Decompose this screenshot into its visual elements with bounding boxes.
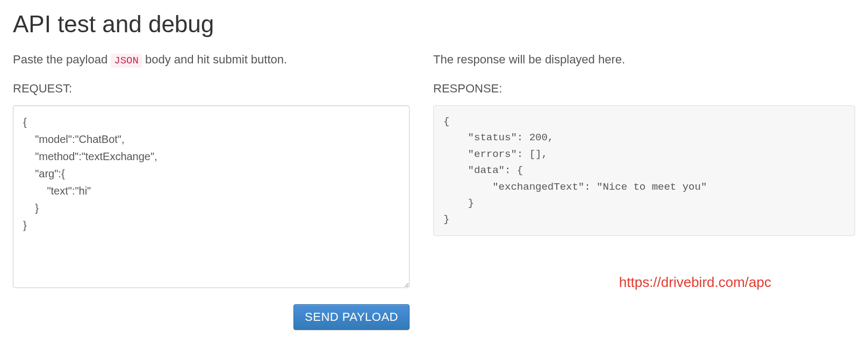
- response-section-label: RESPONSE:: [433, 82, 855, 96]
- request-column: Paste the payload JSON body and hit subm…: [13, 53, 410, 330]
- request-lead-after: body and hit submit button.: [142, 53, 287, 66]
- json-code-badge: JSON: [111, 54, 142, 68]
- page-title: API test and debug: [13, 11, 855, 38]
- response-body: { "status": 200, "errors": [], "data": {…: [433, 105, 855, 236]
- send-payload-button[interactable]: SEND PAYLOAD: [293, 304, 410, 330]
- request-section-label: REQUEST:: [13, 82, 410, 96]
- response-lead: The response will be displayed here.: [433, 53, 855, 67]
- overlay-link[interactable]: https://drivebird.com/apc: [619, 274, 771, 291]
- request-lead-before: Paste the payload: [13, 53, 111, 66]
- request-lead: Paste the payload JSON body and hit subm…: [13, 53, 410, 67]
- payload-textarea[interactable]: [13, 105, 410, 288]
